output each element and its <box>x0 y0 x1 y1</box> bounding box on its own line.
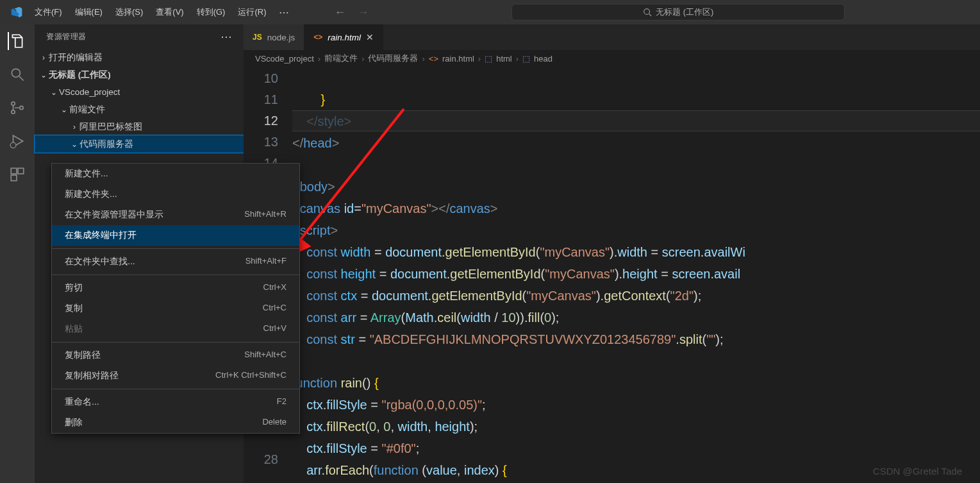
editor-tabs: JS node.js <> rain.html ✕ <box>244 24 980 50</box>
symbol-icon: ⬚ <box>522 54 530 64</box>
symbol-icon: ⬚ <box>485 54 492 64</box>
cm-new-file[interactable]: 新建文件... <box>52 164 299 184</box>
search-activity-icon[interactable] <box>8 65 26 83</box>
tab-label: node.js <box>267 33 295 42</box>
cm-delete[interactable]: 删除Delete <box>52 412 299 433</box>
tab-label: rain.html <box>328 33 361 42</box>
sidebar-more-icon[interactable]: ⋯ <box>220 30 233 44</box>
menu-more-icon[interactable]: ⋯ <box>272 0 295 24</box>
workspace-section[interactable]: 无标题 (工作区) <box>35 66 244 83</box>
cm-rename[interactable]: 重命名...F2 <box>52 392 299 412</box>
close-icon[interactable]: ✕ <box>366 32 374 42</box>
code-editor[interactable]: } </style> </head> <body> <canvas id="my… <box>292 67 980 483</box>
svg-point-6 <box>20 106 23 109</box>
svg-point-7 <box>10 142 16 148</box>
source-control-icon[interactable] <box>8 99 26 117</box>
svg-line-3 <box>19 76 24 81</box>
activity-bar <box>0 24 35 483</box>
tab-rain-html[interactable]: <> rain.html ✕ <box>304 24 383 50</box>
extensions-icon[interactable] <box>8 165 26 183</box>
folder-frontend[interactable]: 前端文件 <box>35 101 244 118</box>
svg-rect-9 <box>18 168 24 174</box>
editor-area: JS node.js <> rain.html ✕ VScode_project… <box>244 24 980 483</box>
cm-cut[interactable]: 剪切Ctrl+X <box>52 278 299 298</box>
command-center-search[interactable]: 无标题 (工作区) <box>511 4 845 21</box>
svg-line-1 <box>649 14 652 17</box>
watermark: CSDN @Gretel Tade <box>873 466 962 477</box>
cm-new-folder[interactable]: 新建文件夹... <box>52 184 299 205</box>
cm-paste: 粘贴Ctrl+V <box>52 319 299 339</box>
folder-coderain[interactable]: 代码雨服务器 <box>35 135 244 153</box>
open-editors-section[interactable]: 打开的编辑器 <box>35 49 244 66</box>
svg-point-2 <box>12 69 20 77</box>
nav-back-icon[interactable]: ← <box>334 6 345 19</box>
folder-vscode-project[interactable]: VScode_project <box>35 83 244 101</box>
svg-point-0 <box>644 9 650 15</box>
menu-bar: 文件(F) 编辑(E) 选择(S) 查看(V) 转到(G) 运行(R) ⋯ <box>28 0 295 24</box>
menu-run[interactable]: 运行(R) <box>231 0 272 24</box>
svg-point-5 <box>12 110 15 114</box>
menu-file[interactable]: 文件(F) <box>28 0 69 24</box>
js-file-icon: JS <box>253 33 262 42</box>
html-file-icon: <> <box>429 54 438 64</box>
breadcrumb[interactable]: VScode_project› 前端文件› 代码雨服务器› <> rain.ht… <box>244 50 980 67</box>
cm-copy-path[interactable]: 复制路径Shift+Alt+C <box>52 345 299 366</box>
titlebar: 文件(F) 编辑(E) 选择(S) 查看(V) 转到(G) 运行(R) ⋯ ← … <box>0 0 980 24</box>
tab-nodejs[interactable]: JS node.js <box>244 24 304 50</box>
cm-copy-relative-path[interactable]: 复制相对路径Ctrl+K Ctrl+Shift+C <box>52 366 299 386</box>
sidebar-title: 资源管理器 <box>46 31 87 42</box>
cm-copy[interactable]: 复制Ctrl+C <box>52 298 299 319</box>
debug-icon[interactable] <box>8 132 26 150</box>
menu-goto[interactable]: 转到(G) <box>190 0 232 24</box>
menu-select[interactable]: 选择(S) <box>109 0 149 24</box>
search-icon <box>643 8 652 17</box>
search-label: 无标题 (工作区) <box>656 6 713 18</box>
context-menu: 新建文件... 新建文件夹... 在文件资源管理器中显示Shift+Alt+R … <box>51 163 300 434</box>
menu-edit[interactable]: 编辑(E) <box>69 0 109 24</box>
cm-open-terminal[interactable]: 在集成终端中打开 <box>52 225 299 246</box>
cm-find-in-folder[interactable]: 在文件夹中查找...Shift+Alt+F <box>52 251 299 272</box>
explorer-icon[interactable] <box>8 32 26 50</box>
svg-rect-8 <box>11 168 17 174</box>
menu-view[interactable]: 查看(V) <box>149 0 190 24</box>
vscode-logo-icon <box>5 0 28 24</box>
svg-rect-10 <box>11 175 17 181</box>
html-file-icon: <> <box>313 33 322 42</box>
svg-point-4 <box>12 102 15 105</box>
folder-alibaba[interactable]: 阿里巴巴标签图 <box>35 118 244 135</box>
cm-reveal-explorer[interactable]: 在文件资源管理器中显示Shift+Alt+R <box>52 205 299 225</box>
nav-forward-icon[interactable]: → <box>357 6 369 19</box>
